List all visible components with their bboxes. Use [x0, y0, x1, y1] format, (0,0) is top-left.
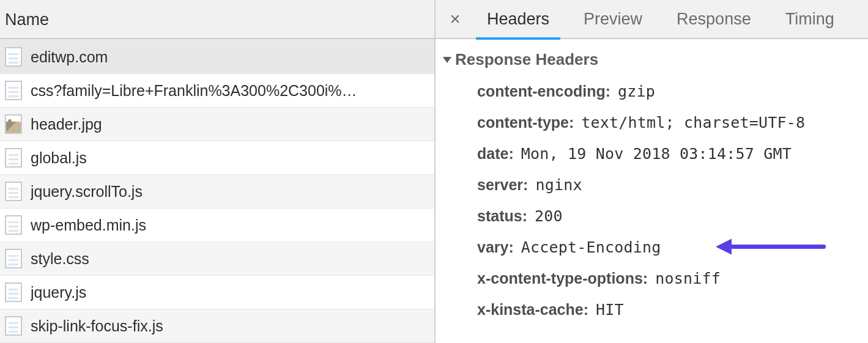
request-row[interactable]: css?family=Libre+Franklin%3A300%2C300i%…	[0, 74, 434, 108]
document-icon	[5, 182, 22, 201]
response-headers-section[interactable]: Response Headers	[444, 50, 868, 69]
document-icon	[5, 282, 22, 302]
request-name: style.css	[31, 250, 89, 268]
disclosure-triangle-icon	[443, 57, 451, 63]
request-row[interactable]: global.js	[0, 141, 434, 175]
request-row[interactable]: jquery.scrollTo.js	[0, 175, 434, 208]
headers-tab-content: Response Headers content-encoding: gzip …	[436, 39, 868, 343]
header-row: x-content-type-options: nosniff	[477, 270, 868, 287]
header-name: status:	[477, 207, 527, 225]
request-name: skip-link-focus-fix.js	[31, 317, 163, 335]
document-icon	[5, 47, 22, 67]
header-name: date:	[477, 145, 514, 163]
header-name: x-kinsta-cache:	[477, 301, 588, 319]
header-name: vary:	[477, 238, 514, 256]
request-name: editwp.com	[31, 48, 108, 66]
request-row[interactable]: style.css	[0, 242, 434, 276]
header-value: gzip	[618, 83, 655, 100]
request-name: jquery.scrollTo.js	[31, 183, 143, 201]
request-name: global.js	[31, 149, 87, 167]
header-row: date: Mon, 19 Nov 2018 03:14:57 GMT	[477, 145, 868, 163]
section-title: Response Headers	[455, 50, 598, 69]
request-details-panel: × Headers Preview Response Timing Respon…	[436, 0, 868, 343]
header-name: content-encoding:	[477, 83, 610, 100]
header-name: x-content-type-options:	[477, 270, 648, 287]
devtools-network-panel: Name editwp.com css?family=Libre+Frankli…	[0, 0, 868, 343]
response-headers-list: content-encoding: gzip content-type: tex…	[444, 83, 868, 319]
header-value: 200	[535, 207, 563, 225]
annotation-arrow-icon	[716, 238, 826, 255]
header-value: text/html; charset=UTF-8	[581, 114, 805, 131]
header-row: content-type: text/html; charset=UTF-8	[477, 114, 868, 131]
request-row[interactable]: skip-link-focus-fix.js	[0, 309, 434, 343]
header-value: nginx	[535, 176, 582, 194]
tab-preview[interactable]: Preview	[566, 0, 659, 39]
header-row: x-kinsta-cache: HIT	[477, 301, 868, 319]
image-icon	[5, 114, 22, 134]
header-name: content-type:	[477, 114, 574, 131]
request-row[interactable]: editwp.com	[0, 40, 434, 74]
tab-headers[interactable]: Headers	[470, 0, 566, 39]
header-value: HIT	[596, 301, 624, 319]
header-row-vary: vary: Accept-Encoding	[477, 238, 868, 256]
request-list-panel: Name editwp.com css?family=Libre+Frankli…	[0, 0, 436, 343]
document-icon	[5, 148, 22, 168]
close-icon[interactable]: ×	[440, 9, 470, 29]
document-icon	[5, 215, 22, 235]
tab-timing[interactable]: Timing	[768, 0, 851, 39]
request-name: header.jpg	[31, 116, 102, 133]
document-icon	[5, 249, 22, 268]
document-icon	[5, 316, 22, 336]
request-name: wp-embed.min.js	[31, 216, 146, 234]
request-name: css?family=Libre+Franklin%3A300%2C300i%…	[31, 82, 357, 100]
request-row[interactable]: wp-embed.min.js	[0, 208, 434, 242]
header-row: content-encoding: gzip	[477, 83, 868, 100]
tab-response[interactable]: Response	[659, 0, 768, 39]
details-tab-bar: × Headers Preview Response Timing	[436, 0, 868, 39]
document-icon	[5, 81, 22, 100]
request-list: editwp.com css?family=Libre+Franklin%3A3…	[0, 39, 434, 343]
header-value: Mon, 19 Nov 2018 03:14:57 GMT	[521, 145, 792, 163]
request-row[interactable]: jquery.js	[0, 276, 434, 309]
header-name: server:	[477, 176, 528, 194]
header-row: status: 200	[477, 207, 868, 225]
header-row: server: nginx	[477, 176, 868, 194]
header-value: nosniff	[655, 270, 721, 287]
header-value: Accept-Encoding	[521, 238, 661, 256]
request-name: jquery.js	[31, 284, 86, 301]
name-column-header[interactable]: Name	[0, 0, 434, 39]
request-row[interactable]: header.jpg	[0, 108, 434, 141]
